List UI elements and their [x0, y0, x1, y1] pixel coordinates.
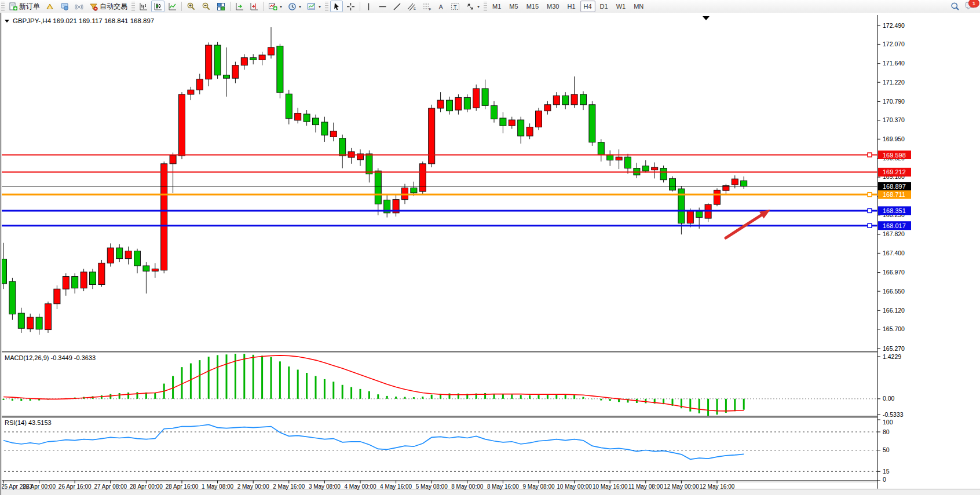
candlestick-chart-button[interactable] — [151, 1, 164, 12]
macd-signal-line — [3, 355, 744, 411]
level-handle[interactable] — [868, 193, 872, 197]
level-handle[interactable] — [868, 153, 872, 157]
bull-candle-body — [196, 79, 203, 90]
text-label-icon: T — [451, 2, 460, 11]
autotrading-button[interactable]: 自动交易 — [87, 1, 130, 12]
rsi-panel: RSI(14) 43.51531008050150 — [0, 419, 893, 483]
chart-window: 172.490172.070171.640171.220170.790170.3… — [0, 13, 980, 495]
charts-button[interactable] — [43, 1, 57, 12]
auto-scroll-icon — [235, 2, 244, 11]
timeframe-button-mn[interactable]: MN — [630, 1, 647, 12]
search-icon[interactable] — [950, 2, 960, 11]
bear-candle-body — [482, 89, 488, 105]
price-level-badge-label: 168.017 — [883, 222, 906, 229]
price-tick-label: 171.220 — [883, 79, 905, 86]
bull-candle-body — [27, 317, 34, 329]
time-tick-label: 9 May 08:00 — [522, 483, 554, 490]
trendline-tool-button[interactable] — [390, 1, 404, 12]
time-tick-label: 3 May 08:00 — [309, 483, 341, 490]
vertical-line-icon — [365, 2, 372, 11]
new-order-button[interactable]: 新订单 — [6, 1, 42, 12]
horizontal-line-icon — [378, 2, 387, 11]
gbpjpy-h4-chart[interactable]: 172.490172.070171.640171.220170.790170.3… — [0, 13, 980, 495]
template-icon — [307, 2, 316, 11]
bear-candle-body — [286, 94, 292, 119]
symbol-dropdown-icon[interactable] — [5, 20, 9, 23]
horizontal-line-tool-button[interactable] — [376, 1, 389, 12]
bull-candle-body — [544, 105, 551, 111]
zoom-out-button[interactable] — [199, 1, 213, 12]
indicators-button[interactable]: ▾ — [266, 1, 284, 12]
notifications-button[interactable]: 1 — [966, 1, 975, 12]
timeframe-button-m5[interactable]: M5 — [506, 1, 521, 12]
bear-candle-body — [116, 248, 123, 259]
bull-candle-body — [170, 155, 176, 164]
toolbar-separator — [181, 2, 182, 11]
bull-candle-body — [473, 89, 480, 108]
chevron-down-icon: ▾ — [280, 4, 282, 9]
chart-shift-marker[interactable] — [703, 16, 710, 20]
mt4-window: 新订单 — [0, 0, 980, 495]
line-chart-button[interactable] — [166, 1, 179, 12]
fibonacci-tool-button[interactable]: F — [420, 1, 434, 12]
zoom-in-button[interactable] — [184, 1, 198, 12]
clock-icon — [288, 2, 297, 11]
chart-title-text: GBPJPY-,H4 169.021 169.117 168.841 168.8… — [13, 17, 154, 24]
channel-tool-button[interactable]: E — [405, 1, 419, 12]
time-tick-label: 12 May 00:00 — [664, 483, 699, 490]
bull-candle-body — [45, 304, 52, 330]
signals-button[interactable] — [72, 1, 86, 12]
price-level-badge-label: 169.598 — [883, 152, 906, 159]
time-tick-label: 27 Apr 08:00 — [94, 483, 127, 490]
price-level-lines: 169.598169.212168.897168.711168.351168.0… — [0, 151, 911, 230]
tile-windows-button[interactable] — [214, 1, 228, 12]
timeframe-button-h4[interactable]: H4 — [580, 1, 595, 12]
candlestick-chart-icon — [153, 2, 162, 11]
timeframe-button-d1[interactable]: D1 — [597, 1, 612, 12]
time-tick-label: 26 Apr 16:00 — [58, 483, 92, 490]
panel-frames — [0, 15, 980, 495]
text-tool-button[interactable]: A — [435, 1, 447, 12]
chart-title: GBPJPY-,H4 169.021 169.117 168.841 168.8… — [5, 17, 154, 24]
text-label-tool-button[interactable]: T — [448, 1, 462, 12]
level-handle[interactable] — [868, 223, 872, 228]
bear-candle-body — [670, 178, 676, 190]
periods-button[interactable]: ▾ — [286, 1, 303, 12]
chart-shift-button[interactable] — [247, 1, 261, 12]
timeframe-button-h1[interactable]: H1 — [564, 1, 579, 12]
toolbar-grip — [325, 2, 328, 11]
bear-candle-body — [500, 118, 506, 126]
crosshair-tool-button[interactable] — [344, 1, 357, 12]
timeframe-button-m30[interactable]: M30 — [543, 1, 562, 12]
svg-text:A: A — [439, 3, 444, 10]
bear-candle-body — [607, 155, 613, 160]
autotrading-label: 自动交易 — [100, 2, 127, 12]
bull-candle-body — [536, 111, 542, 127]
market-watch-button[interactable] — [58, 1, 71, 12]
annotation-arrow[interactable] — [726, 210, 770, 238]
svg-text:E: E — [414, 7, 416, 10]
equidistant-channel-icon: E — [407, 2, 416, 11]
bear-candle-body — [72, 277, 78, 288]
chevron-down-icon: ▾ — [299, 4, 301, 9]
cursor-tool-button[interactable] — [330, 1, 343, 12]
timeframe-button-m1[interactable]: M1 — [489, 1, 504, 12]
bull-candle-body — [152, 269, 158, 271]
auto-scroll-button[interactable] — [233, 1, 246, 12]
bull-candle-body — [241, 58, 247, 65]
bull-candle-body — [509, 120, 515, 126]
level-handle[interactable] — [868, 208, 872, 212]
timeframe-button-m15[interactable]: M15 — [523, 1, 542, 12]
bull-candle-body — [714, 190, 721, 204]
svg-text:T: T — [454, 4, 457, 10]
bar-chart-icon — [139, 2, 148, 11]
vertical-line-tool-button[interactable] — [363, 1, 375, 12]
arrows-tool-button[interactable]: ▾ — [463, 1, 482, 12]
templates-button[interactable]: ▾ — [305, 1, 323, 12]
bear-candle-body — [447, 100, 453, 111]
rsi-axis-label: 100 — [883, 419, 893, 426]
bear-candle-body — [321, 122, 328, 135]
timeframe-button-w1[interactable]: W1 — [613, 1, 630, 12]
bar-chart-button[interactable] — [137, 1, 150, 12]
bear-candle-body — [9, 281, 16, 314]
